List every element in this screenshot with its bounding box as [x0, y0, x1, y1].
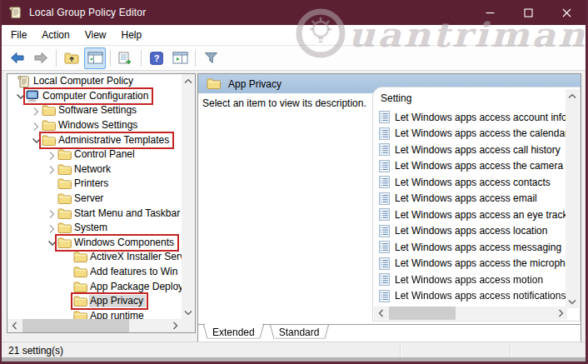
- scrollbar-thumb[interactable]: [389, 307, 456, 320]
- tree-item-local-computer-policy[interactable]: Local Computer Policy: [7, 74, 182, 89]
- setting-label: Let Windows apps access motion: [395, 274, 543, 286]
- chevron-right-icon[interactable]: [45, 163, 57, 175]
- maximize-button[interactable]: [509, 0, 547, 25]
- tree-item-add-features-to-win[interactable]: Add features to Win: [7, 265, 182, 280]
- scrollbar-thumb[interactable]: [22, 319, 129, 332]
- chevron-down-icon[interactable]: [29, 134, 42, 146]
- tree-item-activex-installer-serv[interactable]: ActiveX Installer Serv: [7, 250, 182, 265]
- tree-item-software-settings[interactable]: Software Settings: [7, 103, 182, 118]
- tree-vertical-scrollbar[interactable]: [182, 74, 195, 319]
- menu-item-view[interactable]: View: [77, 25, 114, 45]
- details-header-title: App Privacy: [228, 78, 282, 90]
- menu-item-file[interactable]: File: [2, 25, 34, 45]
- tree-item-computer-configuration[interactable]: Computer Configuration: [7, 89, 182, 104]
- console-tree: Local Computer PolicyComputer Configurat…: [7, 74, 182, 319]
- close-button[interactable]: [547, 0, 586, 25]
- scroll-left-icon[interactable]: [374, 307, 387, 320]
- policy-setting-icon: [379, 127, 390, 140]
- setting-item[interactable]: Let Windows apps access an eye tracker: [373, 207, 566, 223]
- tree-item-app-package-deploy[interactable]: App Package Deploy: [7, 279, 182, 294]
- tree-item-label: Windows Components: [73, 237, 177, 249]
- setting-column-header[interactable]: Setting: [381, 92, 411, 104]
- chevron-down-icon[interactable]: [13, 90, 26, 102]
- chevron-right-icon[interactable]: [29, 105, 42, 117]
- settings-vertical-scrollbar[interactable]: [566, 89, 579, 308]
- tree-item-label: App Privacy: [89, 295, 146, 307]
- policy-setting-icon: [379, 257, 390, 270]
- tree-item-start-menu-and-taskbar[interactable]: Start Menu and Taskbar: [7, 206, 182, 221]
- toolbar-separator: [141, 50, 142, 67]
- tree-item-administrative-templates[interactable]: Administrative Templates: [7, 132, 182, 147]
- setting-label: Let Windows apps access an eye tracker: [395, 209, 566, 221]
- tree-item-app-runtime[interactable]: App runtime: [7, 309, 182, 320]
- scroll-right-icon[interactable]: [554, 307, 567, 320]
- settings-horizontal-scrollbar[interactable]: [374, 307, 567, 320]
- help-button[interactable]: ?: [146, 47, 167, 69]
- export-list-button[interactable]: [115, 47, 137, 69]
- show-action-pane-button[interactable]: [169, 47, 191, 69]
- tree-item-label: System: [73, 222, 110, 234]
- setting-item[interactable]: Let Windows apps access messaging: [373, 239, 566, 256]
- tree-item-label: Control Panel: [73, 148, 137, 161]
- tree-item-server[interactable]: Server: [7, 192, 182, 207]
- chevron-right-icon[interactable]: [29, 120, 42, 132]
- setting-item[interactable]: Let Windows apps access the microphon: [373, 256, 566, 272]
- up-one-level-button[interactable]: [61, 47, 82, 69]
- policy-setting-icon: [379, 273, 390, 286]
- settings-list: Let Windows apps access account informLe…: [373, 109, 566, 304]
- tree-item-control-panel[interactable]: Control Panel: [7, 147, 182, 162]
- scroll-down-icon[interactable]: [182, 306, 195, 319]
- setting-label: Let Windows apps access the calendar: [395, 127, 566, 139]
- scroll-right-icon[interactable]: [168, 319, 182, 332]
- computer-icon: [26, 90, 42, 102]
- setting-label: Let Windows apps access the camera: [395, 160, 563, 172]
- tree-item-windows-settings[interactable]: Windows Settings: [7, 118, 182, 133]
- folder-icon: [57, 164, 73, 175]
- setting-item[interactable]: Let Windows apps access call history: [373, 142, 566, 158]
- setting-item[interactable]: Let Windows apps access contacts: [373, 174, 566, 191]
- tree-item-printers[interactable]: Printers: [7, 177, 182, 192]
- tree-item-label: Printers: [73, 177, 111, 190]
- toolbar-separator: [56, 50, 57, 67]
- chevron-down-icon[interactable]: [45, 237, 57, 248]
- tab-extended[interactable]: Extended: [203, 325, 264, 341]
- tree-item-network[interactable]: Network: [7, 162, 182, 177]
- folder-icon: [42, 135, 57, 146]
- show-console-tree-button[interactable]: [84, 47, 106, 69]
- tree-item-windows-components[interactable]: Windows Components: [7, 236, 182, 251]
- policy-setting-icon: [379, 208, 390, 221]
- setting-item[interactable]: Let Windows apps access location: [373, 223, 566, 240]
- forward-button[interactable]: [30, 47, 52, 69]
- chevron-right-icon[interactable]: [45, 149, 57, 161]
- setting-item[interactable]: Let Windows apps access the calendar: [373, 126, 566, 142]
- scroll-left-icon[interactable]: [7, 319, 21, 332]
- tab-standard[interactable]: Standard: [270, 325, 329, 341]
- setting-item[interactable]: Let Windows apps access email: [373, 191, 566, 207]
- scroll-down-icon[interactable]: [566, 295, 579, 308]
- folder-icon: [42, 120, 57, 131]
- setting-item[interactable]: Let Windows apps access motion: [373, 272, 566, 288]
- setting-item[interactable]: Let Windows apps access notifications: [373, 288, 566, 305]
- tree-horizontal-scrollbar[interactable]: [7, 319, 182, 332]
- scroll-up-icon[interactable]: [182, 74, 195, 87]
- tree-item-label: Server: [73, 192, 106, 205]
- back-button[interactable]: [7, 47, 28, 69]
- folder-icon: [57, 222, 73, 233]
- chevron-right-icon[interactable]: [45, 222, 57, 234]
- tree-item-label: Add features to Win: [89, 266, 180, 278]
- policy-setting-icon: [379, 143, 390, 156]
- scroll-up-icon[interactable]: [566, 89, 579, 102]
- tree-item-system[interactable]: System: [7, 221, 182, 236]
- window-controls: [471, 0, 586, 25]
- setting-item[interactable]: Let Windows apps access the camera: [373, 158, 566, 175]
- minimize-button[interactable]: [471, 0, 509, 25]
- setting-item[interactable]: Let Windows apps access account inform: [373, 109, 566, 126]
- tree-item-app-privacy[interactable]: App Privacy: [7, 294, 182, 309]
- filter-button[interactable]: [200, 47, 222, 69]
- menu-item-action[interactable]: Action: [34, 25, 77, 45]
- folder-icon: [57, 193, 73, 204]
- chevron-right-icon[interactable]: [45, 207, 57, 219]
- folder-icon: [73, 252, 89, 262]
- toolbar: ?: [2, 46, 586, 71]
- menu-item-help[interactable]: Help: [114, 25, 150, 45]
